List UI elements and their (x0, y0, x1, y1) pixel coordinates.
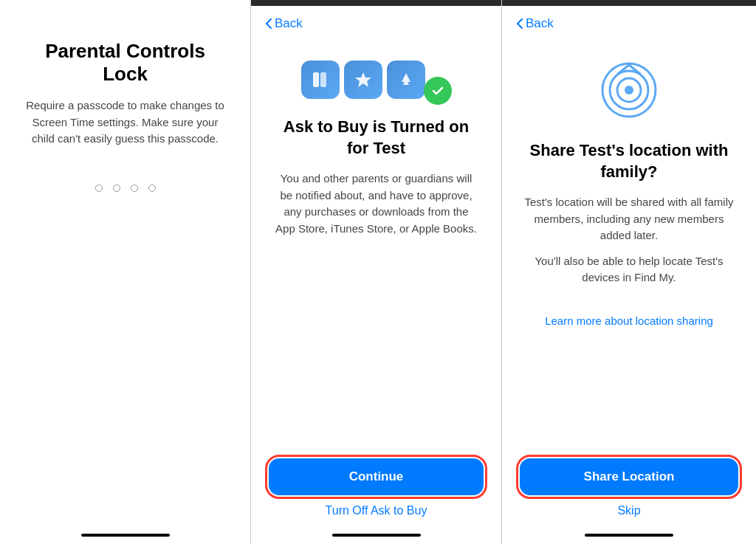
button-area-2: Continue Turn Off Ask to Buy (251, 458, 501, 529)
home-indicator-3 (585, 534, 673, 537)
star-icon (344, 61, 382, 99)
star-svg (353, 69, 374, 90)
checkmark-badge (424, 77, 452, 105)
share-location-desc2: You'll also be able to help locate Test'… (524, 253, 734, 286)
content-3: Share Test's location with family? Test'… (502, 38, 756, 458)
svg-point-6 (625, 86, 633, 94)
screen-parental-controls: Parental Controls Lock Require a passcod… (0, 0, 251, 544)
books-icon (301, 61, 340, 99)
page-dots (95, 185, 156, 192)
appstore-icon (387, 61, 425, 99)
dot-3 (131, 185, 138, 192)
svg-rect-0 (313, 72, 319, 87)
dot-2 (113, 185, 120, 192)
back-button-3[interactable]: Back (517, 16, 554, 31)
nav-bar-3: Back (502, 6, 756, 38)
share-location-desc1: Test's location will be shared with all … (524, 194, 734, 244)
back-label-2: Back (275, 16, 303, 31)
top-bar-2 (251, 0, 501, 6)
parental-controls-title: Parental Controls Lock (22, 40, 228, 86)
turn-off-ask-to-buy-link[interactable]: Turn Off Ask to Buy (326, 504, 427, 517)
home-indicator-2 (332, 534, 421, 537)
screens-container: Parental Controls Lock Require a passcod… (0, 0, 756, 544)
dot-1 (95, 185, 103, 192)
location-share-icon (599, 61, 659, 120)
location-icon-container (599, 61, 659, 123)
app-icons-group (301, 61, 452, 99)
ask-to-buy-description: You and other parents or guardians will … (273, 171, 479, 237)
skip-link[interactable]: Skip (617, 504, 640, 517)
back-label-3: Back (526, 16, 554, 31)
share-location-button[interactable]: Share Location (520, 458, 738, 495)
chevron-left-icon-3 (517, 18, 523, 29)
ask-to-buy-title: Ask to Buy is Turned on for Test (273, 117, 479, 159)
svg-rect-1 (320, 72, 326, 87)
checkmark-svg (430, 83, 445, 98)
books-svg (310, 69, 331, 90)
appstore-svg (396, 69, 416, 90)
continue-button[interactable]: Continue (269, 458, 484, 495)
chevron-left-icon-2 (266, 18, 272, 29)
back-button-2[interactable]: Back (266, 16, 303, 31)
screen-share-location: Back Share Test's location with family? … (502, 0, 756, 544)
screen-ask-to-buy: Back (251, 0, 502, 544)
top-bar-3 (502, 0, 756, 6)
nav-bar-2: Back (251, 6, 501, 38)
share-location-title: Share Test's location with family? (524, 140, 734, 182)
svg-marker-2 (355, 72, 371, 87)
content-2: Ask to Buy is Turned on for Test You and… (251, 38, 501, 458)
nav-bar-1 (0, 0, 250, 18)
home-indicator-1 (81, 534, 170, 537)
button-area-3: Share Location Skip (502, 458, 756, 529)
dot-4 (148, 185, 156, 192)
parental-controls-description: Require a passcode to make changes to Sc… (22, 97, 228, 148)
learn-more-link[interactable]: Learn more about location sharing (545, 314, 713, 327)
content-1: Parental Controls Lock Require a passcod… (0, 18, 250, 529)
